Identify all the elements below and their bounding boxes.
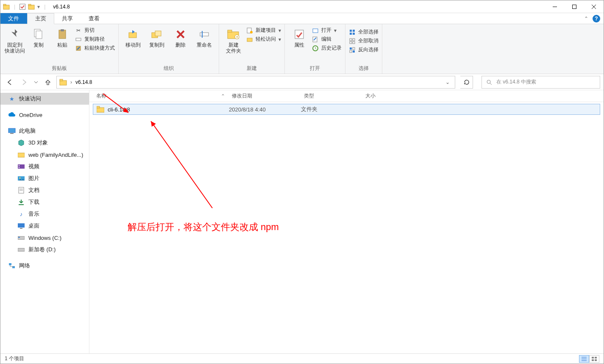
help-icon[interactable]: ? — [593, 15, 600, 22]
file-date: 2020/8/18 4:40 — [225, 106, 298, 113]
sidebar-videos[interactable]: 视频 — [0, 161, 89, 172]
chevron-right-icon[interactable]: › — [70, 79, 72, 85]
invert-icon — [349, 47, 356, 53]
forward-button[interactable] — [18, 76, 30, 88]
collapse-ribbon-icon[interactable]: ⌃ — [584, 16, 588, 22]
sidebar-desktop[interactable]: 桌面 — [0, 220, 89, 232]
tab-home[interactable]: 主页 — [27, 13, 54, 24]
sidebar-downloads[interactable]: 下载 — [0, 196, 89, 208]
move-to-icon — [126, 28, 140, 41]
new-folder-button[interactable]: ✦ 新建 文件夹 — [222, 26, 245, 56]
svg-rect-13 — [76, 38, 81, 41]
sidebar-web[interactable]: web (FamilyAndLife...) — [0, 149, 89, 161]
svg-line-71 — [151, 121, 212, 208]
cut-button[interactable]: ✂剪切 — [75, 27, 115, 34]
column-type[interactable]: 类型 — [301, 92, 362, 100]
select-all-button[interactable]: 全部选择 — [349, 28, 379, 36]
open-button[interactable]: 打开▾ — [312, 27, 342, 34]
drive-icon — [17, 246, 25, 253]
sidebar-quick-access[interactable]: ★快速访问 — [0, 93, 89, 105]
icons-view-button[interactable] — [589, 355, 599, 363]
details-view-button[interactable] — [579, 355, 589, 363]
address-bar[interactable]: › v6.14.8 ⌄ — [56, 76, 455, 89]
ribbon-tabs: 文件 主页 共享 查看 ⌃ ? — [0, 13, 604, 24]
maximize-button[interactable] — [565, 0, 584, 13]
copy-path-button[interactable]: 复制路径 — [75, 36, 115, 43]
back-button[interactable] — [4, 76, 16, 88]
paste-shortcut-button[interactable]: 粘贴快捷方式 — [75, 44, 115, 52]
copy-icon — [32, 28, 45, 41]
file-type: 文件夹 — [298, 106, 359, 113]
new-folder-icon: ✦ — [227, 28, 240, 41]
svg-rect-77 — [592, 359, 594, 361]
easy-access-button[interactable]: 轻松访问▾ — [246, 36, 281, 43]
search-box[interactable]: 在 v6.14.8 中搜索 — [482, 76, 600, 89]
svg-rect-34 — [353, 30, 355, 32]
column-date[interactable]: 修改日期 — [228, 92, 301, 100]
recent-dropdown-button[interactable] — [33, 76, 39, 88]
folder-icon — [59, 78, 67, 86]
paste-button[interactable]: 粘贴 — [50, 26, 74, 50]
svg-point-56 — [19, 178, 21, 179]
sidebar-pictures[interactable]: 图片 — [0, 172, 89, 184]
svg-rect-75 — [592, 357, 594, 358]
properties-button[interactable]: 属性 — [287, 26, 311, 50]
minimize-button[interactable] — [545, 0, 565, 13]
sidebar-documents[interactable]: 文档 — [0, 184, 89, 196]
tab-file[interactable]: 文件 — [0, 13, 27, 24]
sidebar-network[interactable]: 网络 — [0, 260, 89, 272]
status-bar: 1 个项目 — [0, 353, 604, 364]
open-icon — [312, 27, 319, 34]
qat-dropdown-icon[interactable]: ▾ — [37, 4, 40, 10]
file-name: cli-6.14.8 — [108, 106, 130, 113]
column-name[interactable]: 名称⌃ — [93, 92, 228, 100]
new-item-button[interactable]: 新建项目▾ — [246, 27, 281, 34]
close-button[interactable] — [584, 0, 604, 13]
svg-rect-17 — [155, 31, 161, 36]
address-dropdown-icon[interactable]: ⌄ — [443, 79, 452, 85]
file-row[interactable]: cli-6.14.8 2020/8/18 4:40 文件夹 — [93, 104, 600, 115]
tab-view[interactable]: 查看 — [81, 13, 108, 24]
svg-rect-45 — [60, 81, 67, 85]
pin-icon — [8, 28, 22, 41]
select-none-button[interactable]: 全部取消 — [349, 37, 379, 44]
status-item-count: 1 个项目 — [5, 355, 24, 362]
svg-rect-42 — [353, 47, 355, 50]
sidebar-drive-c[interactable]: Windows (C:) — [0, 232, 89, 244]
svg-rect-64 — [18, 237, 20, 238]
sidebar-3d-objects[interactable]: 3D 对象 — [0, 137, 89, 149]
tab-share[interactable]: 共享 — [54, 13, 81, 24]
sidebar-onedrive[interactable]: OneDrive — [0, 109, 89, 121]
address-segment[interactable]: v6.14.8 — [75, 79, 92, 85]
copy-button[interactable]: 复制 — [27, 26, 50, 50]
music-icon: ♪ — [17, 210, 25, 218]
cloud-icon — [8, 111, 16, 119]
rename-button[interactable]: 重命名 — [192, 26, 216, 50]
documents-icon — [17, 186, 25, 194]
history-button[interactable]: 历史记录 — [312, 44, 342, 52]
svg-rect-2 — [20, 4, 25, 9]
sidebar-music[interactable]: ♪音乐 — [0, 208, 89, 220]
pictures-icon — [17, 175, 25, 182]
svg-rect-53 — [19, 165, 19, 166]
group-new-label: 新建 — [222, 64, 282, 74]
pin-to-quick-access-button[interactable]: 固定到 快速访问 — [3, 26, 27, 56]
invert-selection-button[interactable]: 反向选择 — [349, 46, 379, 53]
download-icon — [17, 198, 25, 206]
svg-rect-33 — [350, 30, 352, 32]
delete-button[interactable]: 删除 — [169, 26, 192, 50]
copy-to-icon — [150, 28, 164, 41]
move-to-button[interactable]: 移动到 — [121, 26, 145, 50]
svg-rect-52 — [18, 164, 25, 169]
column-size[interactable]: 大小 — [362, 92, 404, 100]
svg-rect-23 — [228, 30, 232, 32]
drive-icon — [17, 234, 25, 242]
sidebar-drive-d[interactable]: 新加卷 (D:) — [0, 244, 89, 256]
sidebar-this-pc[interactable]: 此电脑 — [0, 125, 89, 137]
refresh-button[interactable] — [460, 76, 473, 89]
svg-point-27 — [250, 31, 253, 33]
edit-button[interactable]: 编辑 — [312, 36, 342, 43]
up-button[interactable] — [42, 76, 54, 88]
copy-to-button[interactable]: 复制到 — [145, 26, 169, 50]
checkbox-icon[interactable] — [19, 4, 25, 10]
